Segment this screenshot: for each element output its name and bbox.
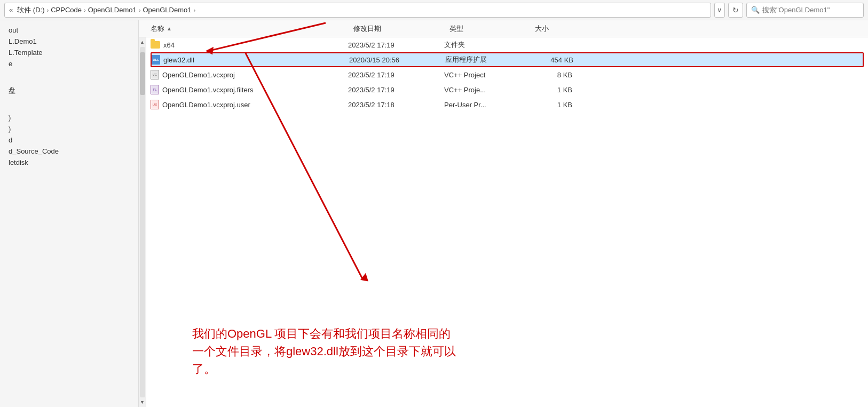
file-type-filters: VC++ Proje...: [444, 86, 530, 94]
sidebar: out L.Demo1 L.Template e 盘 ) ) d d_Sourc…: [0, 20, 139, 407]
col-header-size[interactable]: 大小: [535, 24, 588, 34]
table-row[interactable]: VC OpenGLDemo1.vcxproj 2023/5/2 17:19 VC…: [151, 67, 864, 82]
col-header-date[interactable]: 修改日期: [353, 24, 449, 34]
main-content: out L.Demo1 L.Template e 盘 ) ) d d_Sourc…: [0, 20, 868, 407]
scroll-track[interactable]: [140, 47, 145, 397]
table-row[interactable]: DLL glew32.dll 2020/3/15 20:56 应用程序扩展 45…: [151, 52, 864, 67]
path-back-icon[interactable]: «: [9, 6, 13, 14]
sidebar-item-empty2[interactable]: [0, 97, 138, 112]
file-area: 名称 ▲ 修改日期 类型 大小 ▲ ▼: [139, 20, 868, 407]
path-sep-4: ›: [193, 7, 195, 13]
refresh-icon: ↻: [732, 6, 739, 14]
sidebar-item-source[interactable]: d_Source_Code: [0, 146, 138, 157]
table-row[interactable]: FL OpenGLDemo1.vcxproj.filters 2023/5/2 …: [151, 82, 864, 97]
file-date-filters: 2023/5/2 17:19: [348, 86, 444, 94]
table-row[interactable]: x64 2023/5/2 17:19 文件夹: [151, 37, 864, 52]
search-box[interactable]: 🔍: [746, 3, 864, 18]
user-icon: US: [151, 100, 159, 109]
path-part-2[interactable]: CPPCode: [51, 6, 82, 14]
sidebar-item-disk[interactable]: 盘: [0, 84, 138, 97]
file-size-glew: 454 KB: [531, 56, 584, 64]
sidebar-item-d[interactable]: d: [0, 134, 138, 146]
col-header-type[interactable]: 类型: [449, 24, 535, 34]
file-type-glew: 应用程序扩展: [445, 55, 531, 65]
file-date-vcxproj: 2023/5/2 17:19: [348, 71, 444, 79]
sidebar-item-netdisk[interactable]: letdisk: [0, 157, 138, 168]
path-sep-1: ›: [47, 7, 49, 13]
file-date-x64: 2023/5/2 17:19: [348, 41, 444, 49]
scroll-thumb[interactable]: [140, 52, 145, 95]
file-name-vcxproj: VC OpenGLDemo1.vcxproj: [151, 70, 348, 79]
table-row[interactable]: US OpenGLDemo1.vcxproj.user 2023/5/2 17:…: [151, 97, 864, 112]
scroll-down[interactable]: ▼: [139, 398, 146, 406]
col-header-name[interactable]: 名称 ▲: [151, 24, 353, 34]
sort-arrow-name: ▲: [167, 26, 172, 31]
file-name-user: US OpenGLDemo1.vcxproj.user: [151, 100, 348, 109]
filters-icon: FL: [151, 85, 159, 94]
sidebar-item-out[interactable]: out: [0, 25, 138, 36]
file-type-x64: 文件夹: [444, 40, 530, 50]
path-part-4[interactable]: OpenGLDemo1: [143, 6, 191, 14]
search-input[interactable]: [762, 6, 853, 14]
path-dropdown-button[interactable]: ∨: [714, 3, 725, 18]
scroll-up[interactable]: ▲: [139, 38, 146, 46]
sidebar-item-paren2[interactable]: ): [0, 123, 138, 134]
path-part-1[interactable]: 软件 (D:): [17, 5, 44, 15]
file-name-filters: FL OpenGLDemo1.vcxproj.filters: [151, 85, 348, 94]
path-sep-3: ›: [139, 7, 141, 13]
sidebar-item-template[interactable]: L.Template: [0, 47, 138, 58]
file-size-user: 1 KB: [530, 101, 583, 109]
sidebar-item-paren1[interactable]: ): [0, 112, 138, 123]
file-name-glew: DLL glew32.dll: [152, 55, 349, 65]
file-date-glew: 2020/3/15 20:56: [349, 56, 445, 64]
address-path[interactable]: « 软件 (D:) › CPPCode › OpenGLDemo1 › Open…: [4, 3, 711, 18]
sidebar-item-e[interactable]: e: [0, 58, 138, 69]
file-list-container: ▲ ▼ x64 2023/5/2 17:19 文件夹: [139, 37, 868, 407]
file-name-x64: x64: [151, 41, 348, 49]
file-type-vcxproj: VC++ Project: [444, 71, 530, 79]
path-part-3[interactable]: OpenGLDemo1: [88, 6, 137, 14]
refresh-button[interactable]: ↻: [728, 3, 743, 18]
column-headers: 名称 ▲ 修改日期 类型 大小: [139, 20, 868, 37]
file-date-user: 2023/5/2 17:18: [348, 101, 444, 109]
sidebar-item-demo1[interactable]: L.Demo1: [0, 36, 138, 47]
search-icon: 🔍: [751, 6, 760, 14]
file-size-vcxproj: 8 KB: [530, 71, 583, 79]
file-type-user: Per-User Pr...: [444, 101, 530, 109]
file-rows: x64 2023/5/2 17:19 文件夹 DLL glew32.dll 20…: [146, 37, 868, 407]
scrollbar[interactable]: ▲ ▼: [139, 37, 146, 407]
path-sep-2: ›: [84, 7, 86, 13]
address-bar: « 软件 (D:) › CPPCode › OpenGLDemo1 › Open…: [0, 0, 868, 20]
sidebar-item-empty1[interactable]: [0, 69, 138, 84]
folder-icon: [151, 41, 160, 49]
file-size-filters: 1 KB: [530, 86, 583, 94]
dll-icon: DLL: [152, 55, 160, 65]
dropdown-icon: ∨: [717, 6, 722, 14]
vcxproj-icon: VC: [151, 70, 159, 79]
